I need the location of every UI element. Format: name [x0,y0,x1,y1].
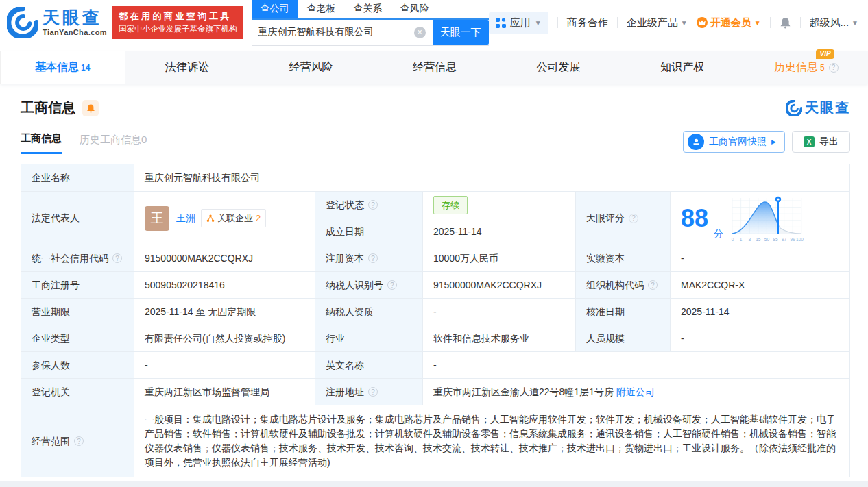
menu-enterprise-products[interactable]: 企业级产品 ▼ [627,16,688,29]
reg-status-label: 登记状态? [315,192,423,218]
tianyancha-watermark: 天眼查 [786,99,850,117]
menu-super-risk[interactable]: 超级风... ▼ [810,16,858,29]
main-nav: 基本信息14 法律诉讼 经营风险 经营信息 公司发展 知识产权 历史信息5 VI… [0,51,868,84]
approval-date-label: 核准日期 [576,299,671,325]
business-info-table: 企业名称 重庆创元智航科技有限公司 法定代表人 王 王洲 关联企业 2 [21,164,850,477]
header-menu: 应用 ▼ 商务合作 企业级产品 ▼ 开通会员 ▼ [489,12,858,34]
apps-menu[interactable]: 应用 ▼ [489,12,548,34]
excel-icon: X [804,136,815,147]
search-tab-boss[interactable]: 查老板 [298,0,345,18]
search-input[interactable] [252,27,414,38]
company-type-value: 有限责任公司(自然人投资或控股) [134,325,315,352]
promo-line1: 都在用的商业查询工具 [119,10,237,23]
divider [617,17,618,28]
apps-label: 应用 [510,16,531,29]
help-icon[interactable]: ? [387,280,397,290]
vip-label: 开通会员 [710,16,751,29]
tab-operating-risk[interactable]: 经营风险 [249,51,373,84]
search-tab-relation[interactable]: 查关系 [345,0,391,18]
nearby-companies-link[interactable]: 附近公司 [616,385,655,399]
tab-history-info[interactable]: 历史信息5 VIP ? [744,51,868,84]
notification-bell-icon[interactable] [780,16,791,29]
vip-badge: VIP [816,49,834,59]
page-title: 工商信息 [21,99,75,117]
divider [800,17,801,28]
company-name-value: 重庆创元智航科技有限公司 [134,164,850,192]
help-icon[interactable]: ? [648,280,658,290]
menu-business-coop[interactable]: 商务合作 [567,16,608,29]
svg-text:50: 50 [764,237,770,242]
legal-rep-label: 法定代表人 [21,192,134,245]
reg-no-label: 工商注册号 [21,272,134,299]
en-name-value: - [423,352,850,379]
paid-capital-value: - [671,245,850,272]
score-distribution-chart: 0 1 3 15 50 85 97 99 100 [730,194,804,243]
taxpayer-id-label: 纳税人识别号? [315,272,423,299]
help-icon[interactable]: ? [829,63,839,73]
industry-value: 软件和信息技术服务业 [423,325,576,352]
chevron-down-icon: ▼ [754,19,761,27]
org-code-label: 组织机构代码? [576,272,671,299]
reg-capital-label: 注册资本? [315,245,423,272]
org-code-value: MAK2CCQR-X [671,272,850,299]
chevron-down-icon: ▼ [681,19,688,27]
tab-operating-info[interactable]: 经营信息 [373,51,497,84]
taxpayer-id-value: 91500000MAK2CCQRXJ [423,272,576,299]
search-tab-risk[interactable]: 查风险 [391,0,438,18]
taxpayer-qual-label: 纳税人资质 [315,299,423,325]
help-icon[interactable]: ? [368,200,378,210]
announcement-bell-icon[interactable] [82,100,99,116]
tab-basic-info[interactable]: 基本信息14 [0,51,125,84]
official-snapshot-button[interactable]: 工商官网快照 ▶ [683,131,785,153]
tianyancha-logo-icon [786,100,802,116]
legal-rep-link[interactable]: 王洲 [176,211,195,225]
divider [557,17,558,28]
uscc-label: 统一社会信用代码? [21,245,134,272]
enterprise-label: 企业级产品 [627,16,678,29]
established-value: 2025-11-14 [423,218,576,245]
promo-line2: 国家中小企业发展子基金旗下机构 [119,23,237,36]
taxpayer-qual-value: - [423,299,576,325]
chevron-down-icon: ▼ [535,19,542,27]
page-bottom-strip [0,481,868,487]
company-type-label: 企业类型 [21,325,134,352]
tab-legal-litigation[interactable]: 法律诉讼 [125,51,250,84]
tab-company-development[interactable]: 公司发展 [496,51,620,84]
tianyancha-logo[interactable]: 天眼查 TianYanCha.com [7,7,107,38]
svg-text:15: 15 [756,237,761,242]
clear-icon[interactable]: × [414,27,426,38]
search-button[interactable]: 天眼一下 [433,20,489,45]
status-badge: 存续 [433,196,468,214]
help-icon[interactable]: ? [74,436,84,446]
related-companies-badge[interactable]: 关联企业 2 [201,209,266,227]
biz-scope-value: 一般项目：集成电路设计；集成电路芯片设计及服务；集成电路芯片及产品销售；人工智能… [134,405,850,477]
staff-size-label: 人员规模 [576,325,671,352]
help-icon[interactable]: ? [629,214,638,223]
top-header: 天眼查 TianYanCha.com 都在用的商业查询工具 国家中小企业发展子基… [0,0,868,42]
menu-open-vip[interactable]: 开通会员 ▼ [697,16,761,29]
export-button[interactable]: X 导出 [792,131,850,153]
established-label: 成立日期 [315,218,423,245]
help-icon[interactable]: ? [112,253,122,263]
tab-history-business-info[interactable]: 历史工商信息0 [80,134,147,153]
svg-text:3: 3 [748,237,751,242]
network-icon [206,214,215,223]
search-tab-company[interactable]: 查公司 [252,0,298,18]
svg-text:97: 97 [782,237,787,242]
super-risk-label: 超级风... [810,16,849,29]
tab-business-info[interactable]: 工商信息 [21,132,62,154]
uscc-value: 91500000MAK2CCQRXJ [134,245,315,272]
logo-title: 天眼查 [43,9,107,26]
help-icon[interactable]: ? [368,253,378,263]
biz-term-label: 营业期限 [21,299,134,325]
svg-text:1: 1 [740,237,743,242]
reg-capital-value: 10000万人民币 [423,245,576,272]
svg-text:0: 0 [732,237,734,242]
biz-term-value: 2025-11-14 至 无固定期限 [134,299,315,325]
logo-domain: TianYanCha.com [43,28,107,36]
help-icon[interactable]: ? [368,387,378,397]
search-box: 查公司 查老板 查关系 查风险 × 天眼一下 [252,0,489,46]
tab-intellectual-property[interactable]: 知识产权 [620,51,745,84]
approval-date-value: 2025-11-14 [671,299,850,325]
avatar[interactable]: 王 [145,206,169,231]
